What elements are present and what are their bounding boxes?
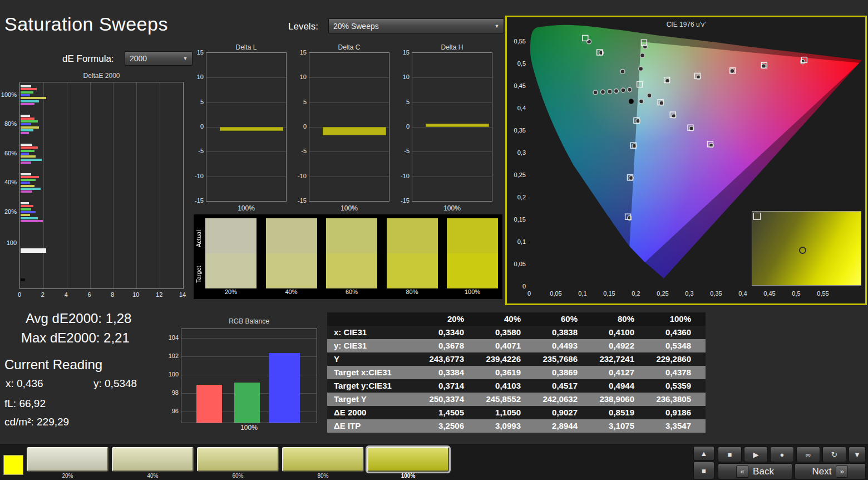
stop-button[interactable]: ■ xyxy=(718,447,742,462)
color-swatch-button-80%[interactable] xyxy=(282,447,364,472)
next-label: Next xyxy=(812,466,832,477)
value-cell: 0,5348 xyxy=(649,339,706,352)
delta-bar xyxy=(220,127,283,131)
chart-title: DeltaE 2000 xyxy=(19,72,184,80)
y-tick-label: 98 xyxy=(165,389,179,396)
deltae2000-chart: DeltaE 2000 02468101214100%80%60%40%20%1… xyxy=(0,70,192,301)
value-cell: 2,8944 xyxy=(535,419,592,433)
svg-text:0,3: 0,3 xyxy=(685,290,693,297)
stop-large-button[interactable]: ■ xyxy=(693,462,714,479)
current-color-patch xyxy=(3,455,23,475)
swatch-button-label: 60% xyxy=(197,473,279,479)
de-bar xyxy=(21,185,34,187)
y-group-label: 40% xyxy=(0,179,17,185)
de-bar xyxy=(21,146,38,149)
table-header-cell: 20% xyxy=(422,312,479,326)
levels-dropdown[interactable]: 20% Sweeps ▼ xyxy=(328,18,504,33)
color-swatch xyxy=(447,218,498,288)
gridline xyxy=(206,102,286,103)
x-category-label: 100% xyxy=(412,205,492,212)
color-swatch xyxy=(326,218,377,288)
page-up-button-icon: ▲ xyxy=(701,449,708,458)
de-bar xyxy=(21,117,34,120)
de-bar xyxy=(21,161,31,164)
value-cell: 236,3805 xyxy=(649,393,706,406)
svg-text:0,25: 0,25 xyxy=(514,172,526,178)
color-swatch-button-40%[interactable] xyxy=(112,447,194,472)
delta-l-plot-area xyxy=(206,52,287,202)
swatch-label: 80% xyxy=(387,288,438,295)
gridline xyxy=(309,77,389,78)
color-swatch-button-20%[interactable] xyxy=(27,447,108,472)
value-cell: 3,2506 xyxy=(422,419,479,433)
de-bar xyxy=(21,120,38,123)
repeat-button[interactable]: ↻ xyxy=(822,447,846,462)
bottom-bar: « Back Next » 20%40%60%80%100%▲■■▶●∞↻▼ xyxy=(0,444,868,480)
stop-large-button-icon: ■ xyxy=(702,467,706,475)
de-bar xyxy=(21,202,29,204)
value-cell: 0,4100 xyxy=(592,326,649,339)
de-bar xyxy=(21,278,25,281)
y-tick-label: -5 xyxy=(195,148,204,154)
next-arrow-icon: » xyxy=(836,466,848,478)
table-row: ΔE ITP3,25063,09932,89443,10753,3547 xyxy=(327,419,706,433)
svg-text:0,15: 0,15 xyxy=(514,216,526,223)
target-color xyxy=(205,253,257,288)
blue-bar xyxy=(269,353,300,423)
gridline xyxy=(160,82,160,288)
de-formula-label: dE Formula: xyxy=(62,53,114,65)
svg-text:0,5: 0,5 xyxy=(792,290,800,297)
row-label-cell: y: CIE31 xyxy=(327,339,422,352)
value-cell: 232,7241 xyxy=(592,352,649,366)
y-tick-label: 10 xyxy=(195,74,204,80)
x-category-label: 100% xyxy=(309,205,389,212)
gridline xyxy=(309,102,389,103)
table-row: Target x:CIE310,33840,36190,38690,41270,… xyxy=(327,366,706,379)
swatch-button-label: 40% xyxy=(112,473,194,479)
play-button[interactable]: ▶ xyxy=(744,447,768,462)
color-swatch xyxy=(387,218,438,288)
page-up-button[interactable]: ▲ xyxy=(693,446,714,461)
y-tick-label: -10 xyxy=(401,173,410,179)
value-cell: 0,3619 xyxy=(479,366,535,379)
y-tick-label: -15 xyxy=(195,197,204,204)
rgb-balance-plot-area xyxy=(181,329,317,423)
x-tick-label: 10 xyxy=(129,291,142,298)
row-label-cell: Target Y xyxy=(327,393,422,406)
svg-text:0: 0 xyxy=(522,283,526,290)
y-tick-label: 15 xyxy=(195,49,204,56)
de-bar xyxy=(21,123,31,125)
value-cell: 0,3678 xyxy=(422,339,479,352)
gridline xyxy=(206,77,286,78)
value-cell: 0,4071 xyxy=(479,339,535,352)
de-bar xyxy=(21,188,41,190)
color-swatch-button-100%[interactable] xyxy=(367,447,449,472)
continuous-button[interactable]: ∞ xyxy=(796,447,820,462)
de-bar xyxy=(21,211,36,213)
gridline xyxy=(412,127,492,128)
next-button[interactable]: Next » xyxy=(795,463,866,479)
actual-target-swatch-strip: Actual Target 20%40%60%80%100% xyxy=(194,214,502,299)
color-swatch xyxy=(266,218,317,288)
levels-label: Levels: xyxy=(288,21,318,32)
y-tick-label: 5 xyxy=(401,99,410,105)
x-tick-label: 0 xyxy=(13,291,26,298)
calibration-app: Saturation Sweeps dE Formula: 2000 ▼ Lev… xyxy=(0,0,868,480)
gridline xyxy=(43,82,44,288)
table-header-cell: 40% xyxy=(479,312,535,326)
de-bar xyxy=(21,153,29,155)
reading-cdm2: cd/m²: 229,29 xyxy=(4,416,69,428)
gridline xyxy=(67,82,67,288)
color-swatch-button-60%[interactable] xyxy=(197,447,279,472)
de-formula-dropdown[interactable]: 2000 ▼ xyxy=(125,51,193,66)
record-button[interactable]: ● xyxy=(770,447,794,462)
de-bar xyxy=(21,103,34,105)
value-cell: 0,4103 xyxy=(479,379,535,393)
y-group-label: 100 xyxy=(0,239,17,246)
more-button[interactable]: ▼ xyxy=(849,447,866,462)
swatch-label: 60% xyxy=(326,288,377,295)
swatch-button-label: 20% xyxy=(27,473,108,479)
back-button[interactable]: « Back xyxy=(718,463,792,479)
measurement-table: 20%40%60%80%100%x: CIE310,33400,35800,38… xyxy=(327,312,706,433)
gridline xyxy=(412,102,492,103)
